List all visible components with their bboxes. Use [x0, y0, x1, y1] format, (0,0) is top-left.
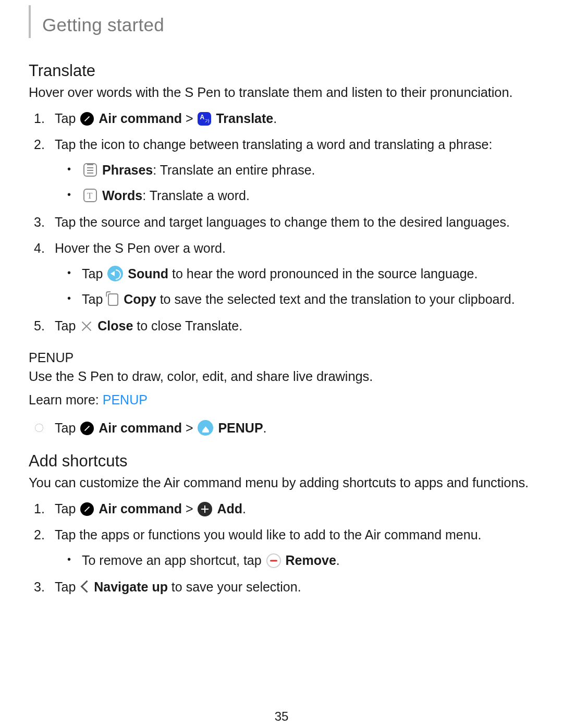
sep: > — [182, 111, 197, 126]
phrases-desc: : Translate an entire phrase. — [153, 163, 315, 177]
penup-step-list: Tap Air command > PENUP. — [29, 418, 534, 438]
words-desc: : Translate a word. — [142, 188, 250, 203]
add-icon — [198, 502, 212, 516]
prefix: Tap — [55, 501, 79, 516]
air-command-label: Air command — [99, 501, 182, 516]
copy-icon — [108, 293, 118, 306]
copy-item: Tap Copy to save the selected text and t… — [82, 289, 534, 310]
text: Tap the apps or functions you would like… — [55, 527, 482, 542]
shortcuts-step-2: Tap the apps or functions you would like… — [55, 525, 534, 571]
text: Tap the icon to change between translati… — [55, 137, 492, 152]
shortcuts-heading: Add shortcuts — [29, 452, 534, 471]
sound-item: Tap Sound to hear the word pronounced in… — [82, 264, 534, 284]
air-command-label: Air command — [99, 421, 182, 435]
sep: > — [182, 501, 197, 516]
page: Getting started Translate Hover over wor… — [0, 5, 563, 728]
prefix: Tap — [55, 318, 79, 333]
sound-icon — [107, 266, 123, 281]
prefix: Tap — [82, 266, 106, 281]
phrases-label: Phrases — [102, 163, 153, 177]
shortcuts-step2-sub: To remove an app shortcut, tap Remove. — [55, 550, 534, 571]
period: . — [263, 421, 267, 435]
prefix: Tap — [82, 292, 106, 306]
close-icon — [81, 320, 92, 332]
penup-step: Tap Air command > PENUP. — [55, 418, 534, 438]
translate-step-2: Tap the icon to change between translati… — [55, 134, 534, 205]
sound-desc: to hear the word pronounced in the sourc… — [168, 266, 478, 281]
translate-step4-sub: Tap Sound to hear the word pronounced in… — [55, 264, 534, 310]
penup-learn-more: Learn more: PENUP — [29, 392, 534, 408]
desc: to save your selection. — [168, 579, 301, 594]
copy-desc: to save the selected text and the transl… — [156, 292, 515, 306]
remove-icon — [266, 553, 281, 568]
phrases-icon — [83, 163, 97, 177]
text: Hover the S Pen over a word. — [55, 241, 226, 255]
translate-step-1: Tap Air command > Translate. — [55, 108, 534, 129]
navup-label: Navigate up — [94, 579, 168, 594]
sep: > — [182, 421, 197, 435]
translate-step-4: Hover the S Pen over a word. Tap Sound t… — [55, 238, 534, 309]
text: Tap the source and target languages to c… — [55, 215, 510, 229]
add-label: Add — [217, 501, 242, 516]
words-item: Words: Translate a word. — [82, 186, 534, 206]
translate-step-5: Tap Close to close Translate. — [55, 316, 534, 336]
air-command-icon — [80, 422, 94, 435]
words-label: Words — [102, 188, 142, 203]
translate-icon — [198, 112, 211, 126]
penup-link[interactable]: PENUP — [103, 392, 148, 407]
air-command-icon — [80, 502, 94, 516]
page-number: 35 — [0, 709, 563, 724]
shortcuts-step-3: Tap Navigate up to save your selection. — [55, 577, 534, 597]
sound-label: Sound — [128, 266, 168, 281]
prefix: Tap — [55, 421, 79, 435]
translate-label: Translate — [216, 111, 273, 126]
remove-item: To remove an app shortcut, tap Remove. — [82, 550, 534, 571]
air-command-label: Air command — [99, 111, 182, 126]
period: . — [336, 553, 340, 567]
copy-label: Copy — [124, 292, 156, 306]
translate-intro: Hover over words with the S Pen to trans… — [29, 83, 534, 102]
header-title: Getting started — [42, 5, 534, 38]
prefix: To remove an app shortcut, tap — [82, 553, 265, 567]
translate-step2-sub: Phrases: Translate an entire phrase. Wor… — [55, 160, 534, 206]
header-bar: Getting started — [29, 5, 534, 38]
penup-icon — [198, 420, 213, 436]
remove-label: Remove — [286, 553, 336, 567]
penup-intro: Use the S Pen to draw, color, edit, and … — [29, 367, 534, 386]
learn-prefix: Learn more: — [29, 392, 103, 407]
words-icon — [83, 189, 97, 202]
prefix: Tap — [55, 579, 79, 594]
penup-label: PENUP — [218, 421, 263, 435]
translate-steps: Tap Air command > Translate. Tap the ico… — [29, 108, 534, 336]
period: . — [273, 111, 277, 126]
period: . — [242, 501, 246, 516]
penup-heading: PENUP — [29, 350, 534, 365]
shortcuts-step-1: Tap Air command > Add. — [55, 499, 534, 519]
desc: to close Translate. — [133, 318, 242, 333]
translate-step-3: Tap the source and target languages to c… — [55, 212, 534, 232]
phrases-item: Phrases: Translate an entire phrase. — [82, 160, 534, 180]
shortcuts-intro: You can customize the Air command menu b… — [29, 474, 534, 492]
air-command-icon — [80, 112, 94, 126]
navigate-up-icon — [81, 581, 89, 593]
text: Tap — [55, 111, 79, 126]
close-label: Close — [97, 318, 133, 333]
translate-heading: Translate — [29, 61, 534, 80]
shortcuts-steps: Tap Air command > Add. Tap the apps or f… — [29, 499, 534, 597]
